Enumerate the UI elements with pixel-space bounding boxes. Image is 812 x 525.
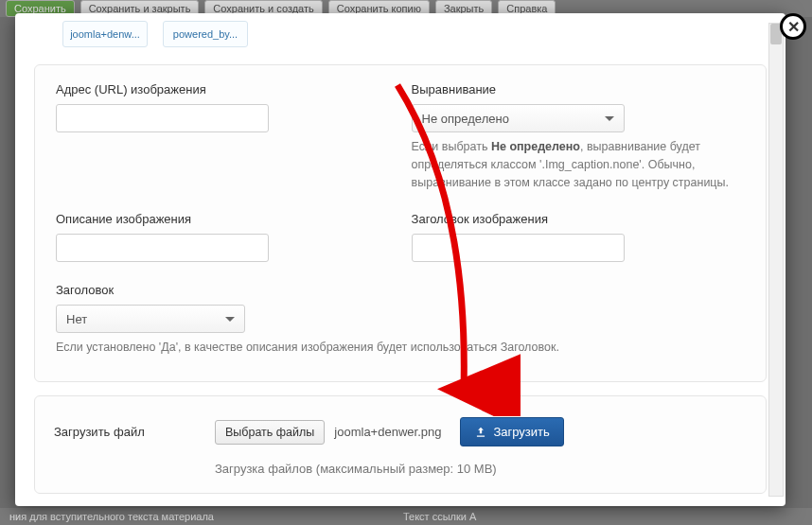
caption-dropdown-value: Нет — [66, 312, 87, 326]
upload-button-label: Загрузить — [493, 425, 549, 439]
title-input[interactable] — [412, 234, 625, 262]
bg-bottom-text-left: ния для вступительного текста материала — [9, 511, 214, 522]
chevron-down-icon — [605, 116, 614, 121]
title-label: Заголовок изображения — [412, 212, 745, 226]
upload-button[interactable]: Загрузить — [460, 417, 563, 446]
upload-note: Загрузка файлов (максимальный размер: 10… — [215, 462, 747, 476]
url-label: Адрес (URL) изображения — [56, 82, 374, 96]
upload-label: Загрузить файл — [54, 425, 205, 439]
caption-help-text: Если установлено 'Да', в качестве описан… — [56, 339, 586, 357]
close-icon: ✕ — [787, 18, 800, 36]
thumbnail-item[interactable]: joomla+denw... — [62, 21, 148, 47]
dialog-scrollbar[interactable] — [768, 23, 784, 497]
image-dialog: joomla+denw... powered_by... Адрес (URL)… — [15, 13, 786, 506]
chevron-down-icon — [225, 317, 235, 322]
align-label: Выравнивание — [412, 82, 745, 96]
browse-files-button[interactable]: Выбрать файлы — [215, 420, 325, 445]
desc-label: Описание изображения — [56, 212, 374, 226]
thumbnail-row: joomla+denw... powered_by... — [34, 13, 767, 64]
image-settings-panel: Адрес (URL) изображения Выравнивание Не … — [34, 64, 767, 382]
upload-panel: Загрузить файл Выбрать файлы joomla+denw… — [34, 395, 767, 494]
upload-icon — [474, 426, 487, 439]
align-dropdown-value: Не определено — [422, 112, 509, 126]
bg-bottom-bar: ния для вступительного текста материала … — [0, 508, 812, 525]
thumbnail-item[interactable]: powered_by... — [163, 21, 248, 47]
bg-bottom-text-right: Текст ссылки А — [403, 511, 476, 522]
dialog-body: joomla+denw... powered_by... Адрес (URL)… — [15, 13, 786, 506]
url-input[interactable] — [56, 104, 269, 132]
help-text-bold: Не определено — [491, 140, 580, 153]
help-text-part: Если выбрать — [412, 140, 491, 153]
desc-input[interactable] — [56, 234, 269, 262]
caption-label: Заголовок — [56, 283, 745, 297]
dialog-close-button[interactable]: ✕ — [780, 13, 806, 40]
align-dropdown[interactable]: Не определено — [412, 104, 625, 132]
align-help-text: Если выбрать Не определено, выравнивание… — [412, 138, 745, 191]
caption-dropdown[interactable]: Нет — [56, 305, 245, 333]
selected-file-name: joomla+denwer.png — [334, 425, 441, 439]
